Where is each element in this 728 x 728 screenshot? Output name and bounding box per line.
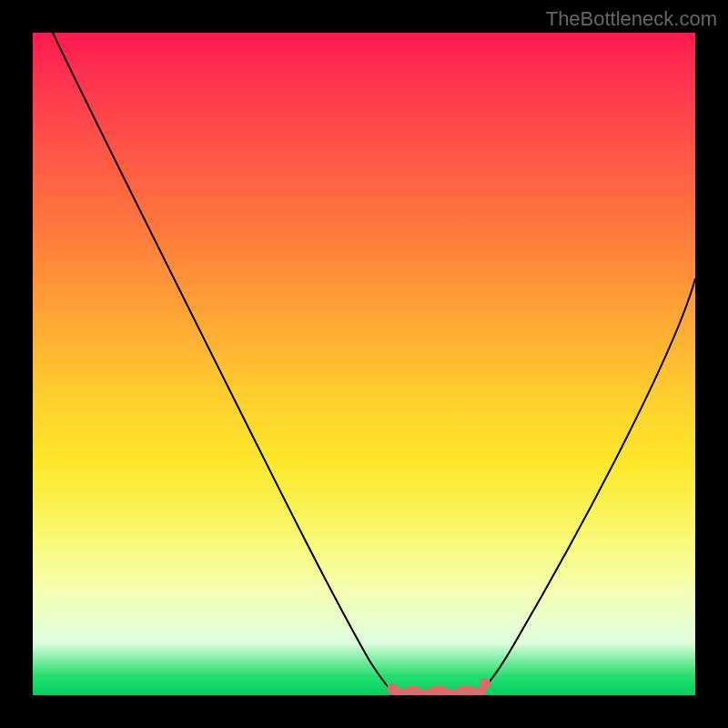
highlight-band xyxy=(392,688,481,694)
plot-area xyxy=(33,33,695,695)
watermark-text: TheBottleneck.com xyxy=(546,7,717,31)
left-curve xyxy=(53,33,397,695)
right-curve xyxy=(477,278,695,695)
highlight-marker xyxy=(480,678,490,689)
chart-svg xyxy=(33,33,695,695)
